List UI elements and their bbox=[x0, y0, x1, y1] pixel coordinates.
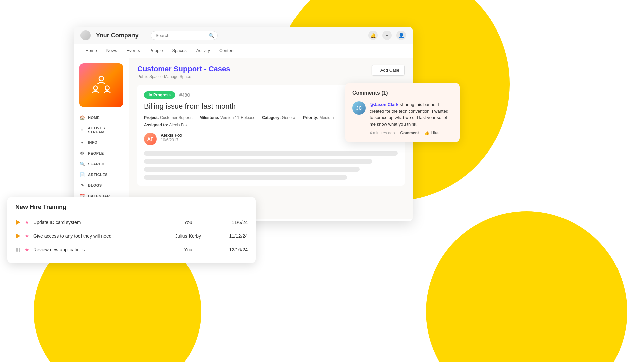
project-meta: Project: Customer Support bbox=[144, 115, 193, 120]
nav-content[interactable]: Content bbox=[215, 44, 239, 58]
comments-title: Comments (1) bbox=[352, 90, 453, 96]
category-meta: Category: General bbox=[262, 115, 296, 120]
training-row-2: ★ Give access to any tool they will need… bbox=[15, 229, 248, 243]
top-nav: Your Company 🔍 🔔 + 👤 bbox=[74, 27, 413, 44]
star-icon-1: ★ bbox=[25, 220, 29, 225]
task-pause-icon-3 bbox=[15, 247, 21, 252]
add-case-label: + Add Case bbox=[377, 68, 399, 73]
search-icon: 🔍 bbox=[209, 33, 214, 38]
sidebar-label-people: PEOPLE bbox=[88, 151, 104, 155]
company-logo bbox=[80, 30, 91, 40]
task-date-3: 12/16/24 bbox=[214, 247, 248, 252]
notification-icon[interactable]: 🔔 bbox=[368, 31, 378, 40]
training-row-1: ★ Update ID card system You 11/6/24 bbox=[15, 216, 248, 229]
case-number: #480 bbox=[179, 92, 190, 98]
star-icon-3: ★ bbox=[25, 247, 29, 252]
user-icon[interactable]: 👤 bbox=[396, 31, 406, 40]
page-header: Customer Support - Cases Public Space · … bbox=[137, 65, 405, 79]
blogs-icon: ✎ bbox=[80, 183, 85, 188]
sidebar-label-blogs: BLOGS bbox=[88, 183, 102, 187]
user-info: Alexis Fox 10/6/2017 bbox=[161, 133, 182, 145]
search-bar[interactable]: 🔍 bbox=[151, 31, 218, 40]
comment-body: @Jason Clark sharing this banner I creat… bbox=[370, 101, 453, 135]
svg-point-1 bbox=[93, 86, 97, 90]
public-space-label: Public Space bbox=[137, 74, 161, 79]
skeleton-line-1 bbox=[144, 151, 398, 156]
nav-activity[interactable]: Activity bbox=[192, 44, 215, 58]
nav-events[interactable]: Events bbox=[122, 44, 145, 58]
comment-item: JC @Jason Clark sharing this banner I cr… bbox=[352, 101, 453, 135]
comment-footer: 4 minutes ago Comment 👍 Like bbox=[370, 131, 453, 135]
page-subtitle: Public Space · Manage Space bbox=[137, 74, 230, 79]
comments-panel: Comments (1) JC @Jason Clark sharing thi… bbox=[345, 83, 460, 142]
sidebar-item-people[interactable]: ⚙ PEOPLE bbox=[74, 148, 129, 159]
nav-news[interactable]: News bbox=[102, 44, 122, 58]
task-name-1: Update ID card system bbox=[33, 220, 162, 225]
task-assignee-3: You bbox=[166, 247, 210, 252]
nav-people[interactable]: People bbox=[145, 44, 167, 58]
skeleton-line-4 bbox=[144, 175, 347, 180]
commenter-date: 10/6/2017 bbox=[161, 138, 182, 142]
sidebar-label-home: HOME bbox=[88, 116, 100, 120]
sidebar-item-activity[interactable]: ≡ ACTIVITY STREAM bbox=[74, 123, 129, 137]
secondary-nav: Home News Events People Spaces Activity … bbox=[74, 44, 413, 58]
home-icon: 🏠 bbox=[80, 115, 85, 120]
nav-spaces[interactable]: Spaces bbox=[167, 44, 191, 58]
task-date-1: 11/6/24 bbox=[214, 220, 248, 225]
comment-avatar: JC bbox=[352, 101, 366, 115]
svg-point-0 bbox=[99, 76, 104, 81]
comment-text: @Jason Clark sharing this banner I creat… bbox=[370, 101, 453, 127]
sidebar-label-info: INFO bbox=[88, 140, 97, 144]
skeleton-line-3 bbox=[144, 167, 360, 172]
task-play-icon-2 bbox=[15, 233, 21, 239]
task-assignee-1: You bbox=[166, 220, 210, 225]
sidebar: 🏠 HOME ≡ ACTIVITY STREAM ● INFO ⚙ PEOPLE… bbox=[74, 58, 129, 219]
task-play-icon-1 bbox=[15, 220, 21, 225]
task-date-2: 11/12/24 bbox=[214, 233, 248, 239]
skeleton-line-2 bbox=[144, 159, 372, 164]
comment-mention: @Jason Clark bbox=[370, 102, 398, 107]
activity-icon: ≡ bbox=[80, 128, 85, 132]
sidebar-item-articles[interactable]: 📄 ARTICLES bbox=[74, 169, 129, 180]
sidebar-label-activity: ACTIVITY STREAM bbox=[88, 126, 123, 134]
nav-icons: 🔔 + 👤 bbox=[368, 31, 406, 40]
nav-home[interactable]: Home bbox=[80, 44, 102, 58]
sidebar-item-search[interactable]: 🔍 SEARCH bbox=[74, 159, 129, 169]
star-icon-2: ★ bbox=[25, 233, 29, 239]
articles-icon: 📄 bbox=[80, 172, 85, 177]
sidebar-label-articles: ARTICLES bbox=[88, 173, 108, 177]
add-icon[interactable]: + bbox=[382, 31, 392, 40]
status-badge: In Progress bbox=[144, 91, 175, 99]
sidebar-item-home[interactable]: 🏠 HOME bbox=[74, 112, 129, 123]
comment-time: 4 minutes ago bbox=[370, 131, 395, 135]
sidebar-label-search: SEARCH bbox=[88, 162, 104, 166]
sidebar-item-info[interactable]: ● INFO bbox=[74, 137, 129, 148]
bg-circle-bottom-right bbox=[426, 211, 627, 362]
training-row-3: ★ Review new applications You 12/16/24 bbox=[15, 243, 248, 256]
priority-meta: Priority: Medium bbox=[303, 115, 334, 120]
task-name-2: Give access to any tool they will need bbox=[33, 233, 162, 239]
page-title: Customer Support - Cases bbox=[137, 65, 230, 73]
people-icon: ⚙ bbox=[80, 151, 85, 156]
commenter-name: Alexis Fox bbox=[161, 133, 182, 138]
svg-point-2 bbox=[105, 86, 109, 90]
thumbs-up-icon: 👍 bbox=[424, 131, 429, 135]
add-case-button[interactable]: + Add Case bbox=[372, 65, 405, 76]
sidebar-item-blogs[interactable]: ✎ BLOGS bbox=[74, 180, 129, 191]
user-avatar: AF bbox=[144, 133, 157, 145]
search-sidebar-icon: 🔍 bbox=[80, 162, 85, 166]
milestone-meta: Milestone: Version 11 Release bbox=[199, 115, 255, 120]
manage-space-label: Manage Space bbox=[164, 74, 191, 79]
task-name-3: Review new applications bbox=[33, 247, 162, 252]
task-assignee-2: Julius Kerby bbox=[166, 233, 210, 239]
training-title: New Hire Training bbox=[15, 204, 248, 211]
training-panel: New Hire Training ★ Update ID card syste… bbox=[7, 197, 256, 263]
company-name: Your Company bbox=[96, 32, 139, 39]
skeleton-content bbox=[144, 151, 398, 180]
search-input[interactable] bbox=[156, 33, 206, 38]
info-icon: ● bbox=[80, 140, 85, 145]
comment-action-button[interactable]: Comment bbox=[400, 131, 419, 135]
sidebar-logo bbox=[79, 63, 123, 107]
like-action-button[interactable]: 👍 Like bbox=[424, 131, 439, 135]
